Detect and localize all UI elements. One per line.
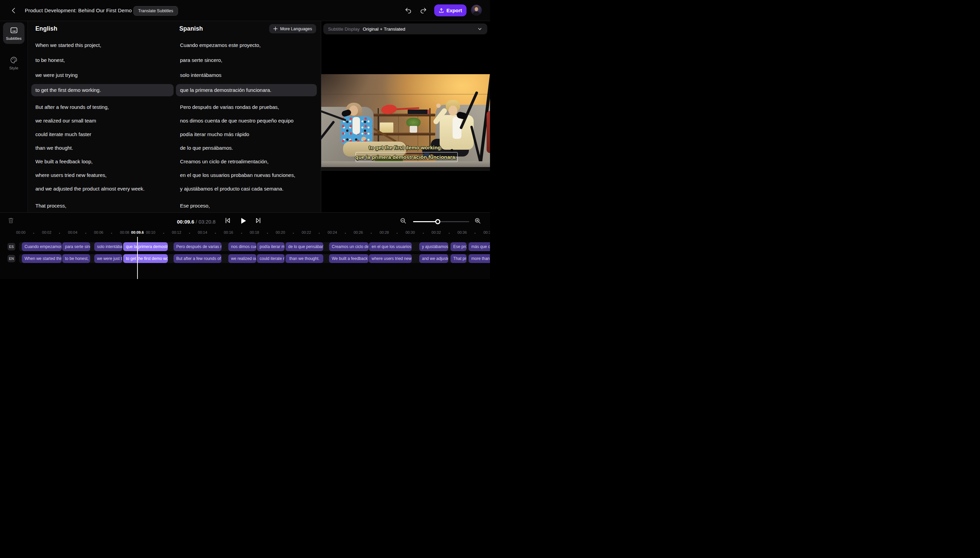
next-frame-button[interactable] [254, 217, 263, 225]
zoom-slider-handle[interactable] [435, 219, 440, 224]
subtitle-clip[interactable]: solo intentábamos [94, 242, 122, 251]
translate-subtitles-button[interactable]: Translate Subtitles [133, 6, 178, 16]
zoom-slider[interactable] [413, 219, 469, 224]
subtitle-clip[interactable]: podía iterar mucho más rápido [257, 242, 284, 251]
undo-button[interactable] [404, 7, 412, 15]
subtitle-clip[interactable]: más que c [469, 242, 490, 251]
subtitle-clip[interactable]: Creamos un ciclo de retroalimentación, [329, 242, 369, 251]
redo-icon [419, 7, 427, 15]
ruler-tick: 00:04 [68, 230, 77, 235]
subtitle-cell-en[interactable]: That process, [31, 200, 174, 212]
export-button[interactable]: Export [434, 5, 466, 16]
column-header-english: English [35, 25, 57, 32]
sidebar-item-style[interactable]: Style [3, 53, 25, 74]
subtitle-clip[interactable]: y ajustábamos el producto casi cada sema… [419, 242, 448, 251]
subtitle-clip[interactable]: para serte sincero, [62, 242, 90, 251]
subtitle-cell-en[interactable]: and we adjusted the product almost every… [31, 183, 174, 195]
host-left-hands [361, 137, 366, 141]
subtitle-clip[interactable]: and we adjusted the product almost every… [419, 254, 448, 263]
zoom-in-icon [474, 217, 481, 224]
playhead-time-label: 00:09.6 [131, 230, 144, 235]
prev-frame-button[interactable] [224, 217, 232, 225]
subtitle-cell-en[interactable]: We built a feedback loop, [31, 156, 174, 168]
subtitle-clip[interactable]: nos dimos cuenta de que nuestro pequeño … [228, 242, 256, 251]
app-window: Product Development: Behind Our First De… [0, 0, 490, 279]
zoom-out-button[interactable] [400, 217, 408, 226]
ruler-dot [423, 233, 424, 234]
subtitle-cell-en[interactable]: But after a few rounds of testing, [31, 101, 174, 113]
ruler-dot [267, 233, 268, 234]
subtitle-clip[interactable]: When we started this project, [22, 254, 62, 263]
ruler-tick: 00:02 [42, 230, 52, 235]
subtitle-cell-es[interactable]: de lo que pensábamos. [176, 142, 317, 154]
subtitle-cell-es[interactable]: Cuando empezamos este proyecto, [176, 39, 317, 51]
subtitle-clip[interactable]: Cuando empezamos este proyecto, [22, 242, 62, 251]
subtitle-cell-en[interactable]: to be honest, [31, 54, 174, 66]
subtitle-clip[interactable]: que la primera demostración funcionara. [123, 242, 168, 251]
subtitle-clip[interactable]: to get the first demo working. [123, 254, 168, 263]
subtitle-row: That process,Ese proceso, [31, 200, 321, 212]
subtitle-cell-es[interactable]: podía iterar mucho más rápido [176, 128, 317, 141]
subtitle-row: than we thought.de lo que pensábamos. [31, 142, 321, 154]
subtitle-display-dropdown[interactable]: Subtitle Display Original + Translated [323, 23, 487, 34]
user-avatar[interactable] [471, 5, 482, 16]
sidebar-item-subtitles[interactable]: Subtitles [3, 23, 25, 44]
subtitle-clip[interactable]: Ese proceso, [451, 242, 466, 251]
more-languages-button[interactable]: More Languages [269, 24, 316, 33]
subtitle-cell-en[interactable]: than we thought. [31, 142, 174, 154]
subtitle-cell-es[interactable]: que la primera demostración funcionara. [176, 84, 317, 96]
subtitle-cell-en[interactable]: we were just trying [31, 69, 174, 81]
subtitle-cell-es[interactable]: solo intentábamos [176, 69, 317, 81]
delete-button[interactable] [8, 217, 16, 225]
video-preview[interactable]: to get the first demo working. que la pr… [321, 74, 490, 171]
subtitle-clip[interactable]: than we thought. [286, 254, 323, 263]
subtitle-clip[interactable]: we were just trying [94, 254, 122, 263]
timeline-ruler[interactable]: 00:0000:0200:0400:0600:0800:1000:1200:14… [0, 230, 490, 236]
subtitle-clip[interactable]: more than [469, 254, 490, 263]
subtitle-clip[interactable]: to be honest, [62, 254, 90, 263]
subtitle-cell-es[interactable]: Pero después de varias rondas de pruebas… [176, 101, 317, 113]
subtitle-cell-es[interactable]: Ese proceso, [176, 200, 317, 212]
subtitle-clip[interactable]: But after a few rounds of testing, [174, 254, 222, 263]
avatar-body [473, 11, 480, 16]
ruler-tick: 00:26 [353, 230, 363, 235]
overlay-subtitle-translated: que la primera demostración funcionara. [355, 154, 456, 160]
subtitle-clip[interactable]: That process, [451, 254, 466, 263]
wall-rail [321, 94, 490, 95]
subtitle-cell-es[interactable]: para serte sincero, [176, 54, 317, 66]
subtitle-cell-es[interactable]: en el que los usuarios probaban nuevas f… [176, 169, 317, 181]
subtitle-cell-en[interactable]: where users tried new features, [31, 169, 174, 181]
ruler-tick: 00:06 [94, 230, 103, 235]
subtitle-clip[interactable]: where users tried new features, [369, 254, 412, 263]
subtitle-cell-en[interactable]: to get the first demo working. [31, 84, 174, 96]
subtitle-cell-es[interactable]: y ajustábamos el producto casi cada sema… [176, 183, 317, 195]
ruler-tick: 00:30 [405, 230, 415, 235]
subtitle-cell-es[interactable]: Creamos un ciclo de retroalimentación, [176, 156, 317, 168]
subtitle-cell-en[interactable]: we realized our small team [31, 115, 174, 127]
subtitle-clip[interactable]: de lo que pensábamos. [286, 242, 323, 251]
sidebar: Subtitles Style [0, 21, 28, 213]
ruler-dot [319, 233, 320, 234]
chevron-left-icon [10, 7, 18, 14]
subtitle-cell-es[interactable]: nos dimos cuenta de que nuestro pequeño … [176, 115, 317, 127]
subtitle-row: could iterate much fasterpodía iterar mu… [31, 128, 321, 141]
subtitle-clip[interactable]: Pero después de varias rondas de pruebas… [174, 242, 222, 251]
subtitle-clip[interactable]: we realized our small team [228, 254, 256, 263]
zoom-in-button[interactable] [474, 217, 483, 226]
playhead[interactable] [137, 237, 138, 279]
chevron-down-icon [477, 26, 483, 32]
subtitle-cell-en[interactable]: could iterate much faster [31, 128, 174, 141]
subtitle-cell-en[interactable]: When we started this project, [31, 39, 174, 51]
play-button[interactable] [239, 217, 247, 225]
ruler-tick: 00:20 [276, 230, 285, 235]
back-button[interactable] [10, 7, 18, 14]
subtitle-clip[interactable]: We built a feedback loop, [329, 254, 369, 263]
ruler-tick: 00:08 [120, 230, 129, 235]
subtitle-clip[interactable]: could iterate much faster [257, 254, 284, 263]
ruler-dot [241, 233, 242, 234]
ruler-tick: 00:36 [457, 230, 467, 235]
track-es: Cuando empezamos este proyecto,para sert… [19, 242, 490, 251]
overlay-subtitle-translated-box[interactable]: que la primera demostración funcionara. [356, 152, 458, 162]
redo-button[interactable] [419, 7, 427, 15]
subtitle-clip[interactable]: en el que los usuarios probaban nuevas f… [369, 242, 412, 251]
